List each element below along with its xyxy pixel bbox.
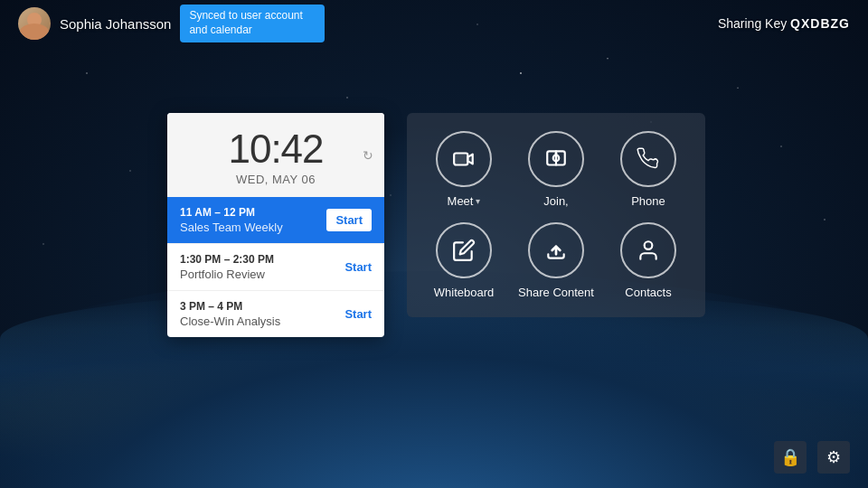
meeting-title-2: Portfolio Review [180, 267, 344, 281]
start-button-2[interactable]: Start [344, 260, 372, 274]
phone-icon [637, 147, 660, 171]
meeting-item-1: 11 AM – 12 PM Sales Team Weekly Start [167, 197, 384, 244]
user-info: Sophia Johansson Synced to user account … [18, 5, 325, 42]
action-join[interactable]: Join, [517, 131, 595, 208]
sharing-key-value: QXDBZG [790, 16, 850, 31]
start-button-3[interactable]: Start [344, 307, 372, 321]
action-contacts[interactable]: Contacts [609, 222, 687, 299]
contacts-circle [620, 222, 676, 278]
join-icon [544, 147, 568, 171]
whiteboard-circle [436, 222, 492, 278]
meeting-item-3: 3 PM – 4 PM Close-Win Analysis Start [167, 291, 384, 337]
clock-date: WED, MAY 06 [185, 173, 366, 186]
meeting-info-3: 3 PM – 4 PM Close-Win Analysis [180, 300, 344, 328]
refresh-icon[interactable]: ↻ [363, 148, 373, 163]
phone-label: Phone [631, 194, 665, 208]
meeting-time-3: 3 PM – 4 PM [180, 300, 344, 313]
clock-section: 10:42 WED, MAY 06 ↻ [167, 113, 384, 197]
action-meet[interactable]: Meet ▾ [425, 131, 503, 208]
meeting-time-1: 11 AM – 12 PM [180, 206, 326, 219]
action-whiteboard[interactable]: Whiteboard [425, 222, 503, 299]
action-phone[interactable]: Phone [609, 131, 687, 208]
join-circle [528, 131, 584, 187]
person-icon [637, 239, 660, 262]
meet-chevron: ▾ [476, 196, 480, 206]
calendar-panel: 10:42 WED, MAY 06 ↻ 11 AM – 12 PM Sales … [167, 113, 384, 337]
meeting-item-2: 1:30 PM – 2:30 PM Portfolio Review Start [167, 244, 384, 291]
meet-label: Meet ▾ [448, 194, 481, 208]
lock-button[interactable]: 🔒 [774, 441, 807, 474]
share-content-label: Share Content [518, 286, 594, 299]
earth-surface [0, 289, 868, 488]
meeting-title-1: Sales Team Weekly [180, 221, 326, 234]
join-label: Join, [543, 194, 568, 208]
meeting-time-2: 1:30 PM – 2:30 PM [180, 253, 344, 266]
whiteboard-label: Whiteboard [434, 286, 494, 299]
settings-button[interactable]: ⚙ [817, 441, 850, 474]
avatar [18, 7, 51, 40]
svg-point-6 [645, 241, 653, 249]
sharing-key-section: Sharing Key QXDBZG [718, 16, 850, 31]
meeting-info-1: 11 AM – 12 PM Sales Team Weekly [180, 206, 326, 234]
meeting-title-3: Close-Win Analysis [180, 314, 344, 328]
action-share-content[interactable]: Share Content [517, 222, 595, 299]
share-content-circle [528, 222, 584, 278]
meeting-info-2: 1:30 PM – 2:30 PM Portfolio Review [180, 253, 344, 281]
bottom-right-icons: 🔒 ⚙ [774, 441, 850, 474]
meet-circle [436, 131, 492, 187]
sharing-key-label: Sharing Key [718, 16, 787, 31]
actions-grid: Meet ▾ Join, [425, 131, 687, 299]
svg-rect-0 [454, 154, 467, 165]
phone-circle [620, 131, 676, 187]
pencil-icon [452, 239, 476, 262]
actions-panel: Meet ▾ Join, [407, 113, 705, 317]
contacts-label: Contacts [625, 286, 671, 299]
sync-badge: Synced to user account and calendar [180, 5, 325, 42]
start-button-1[interactable]: Start [326, 209, 372, 231]
video-icon [452, 147, 476, 171]
clock-time: 10:42 [185, 129, 366, 169]
top-bar: Sophia Johansson Synced to user account … [0, 0, 868, 47]
upload-icon [544, 239, 568, 262]
user-name: Sophia Johansson [60, 16, 171, 32]
